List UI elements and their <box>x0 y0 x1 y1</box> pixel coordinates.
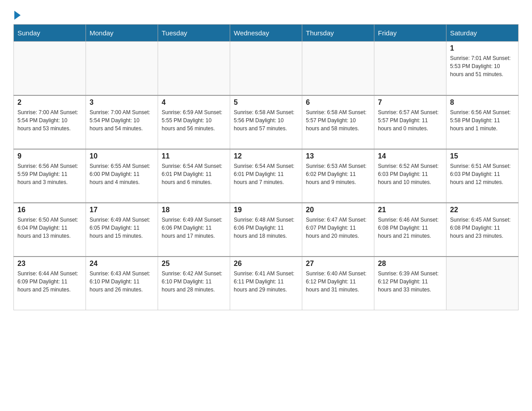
calendar-cell: 7Sunrise: 6:57 AM Sunset: 5:57 PM Daylig… <box>374 95 446 149</box>
day-number: 26 <box>234 260 298 268</box>
day-info: Sunrise: 6:48 AM Sunset: 6:06 PM Dayligh… <box>234 216 298 240</box>
day-info: Sunrise: 7:01 AM Sunset: 5:53 PM Dayligh… <box>450 54 515 78</box>
day-info: Sunrise: 6:53 AM Sunset: 6:02 PM Dayligh… <box>306 162 370 186</box>
calendar-cell: 9Sunrise: 6:56 AM Sunset: 5:59 PM Daylig… <box>14 149 86 203</box>
day-info: Sunrise: 6:49 AM Sunset: 6:05 PM Dayligh… <box>90 216 154 240</box>
column-header-tuesday: Tuesday <box>158 25 230 42</box>
day-number: 2 <box>17 98 82 107</box>
calendar-cell: 19Sunrise: 6:48 AM Sunset: 6:06 PM Dayli… <box>230 203 302 257</box>
calendar-cell: 4Sunrise: 6:59 AM Sunset: 5:55 PM Daylig… <box>158 95 230 149</box>
column-header-friday: Friday <box>374 25 446 42</box>
day-number: 28 <box>378 260 442 268</box>
day-number: 4 <box>162 98 226 107</box>
calendar-cell: 26Sunrise: 6:41 AM Sunset: 6:11 PM Dayli… <box>230 257 302 310</box>
day-info: Sunrise: 6:45 AM Sunset: 6:08 PM Dayligh… <box>450 216 515 240</box>
day-info: Sunrise: 6:43 AM Sunset: 6:10 PM Dayligh… <box>90 270 154 294</box>
day-info: Sunrise: 6:46 AM Sunset: 6:08 PM Dayligh… <box>378 216 442 240</box>
calendar-cell: 6Sunrise: 6:58 AM Sunset: 5:57 PM Daylig… <box>302 95 374 149</box>
calendar-week-row: 1Sunrise: 7:01 AM Sunset: 5:53 PM Daylig… <box>14 42 519 95</box>
day-number: 14 <box>378 152 442 160</box>
day-info: Sunrise: 6:57 AM Sunset: 5:57 PM Dayligh… <box>378 108 442 133</box>
column-header-saturday: Saturday <box>446 25 519 42</box>
day-info: Sunrise: 6:51 AM Sunset: 6:03 PM Dayligh… <box>450 162 515 186</box>
day-number: 3 <box>90 98 154 107</box>
day-info: Sunrise: 6:58 AM Sunset: 5:57 PM Dayligh… <box>306 108 370 133</box>
calendar-cell: 20Sunrise: 6:47 AM Sunset: 6:07 PM Dayli… <box>302 203 374 257</box>
column-header-sunday: Sunday <box>14 25 86 42</box>
calendar-week-row: 9Sunrise: 6:56 AM Sunset: 5:59 PM Daylig… <box>14 149 519 203</box>
calendar-cell <box>86 42 158 95</box>
calendar-cell: 18Sunrise: 6:49 AM Sunset: 6:06 PM Dayli… <box>158 203 230 257</box>
day-number: 25 <box>162 260 226 268</box>
calendar-cell: 3Sunrise: 7:00 AM Sunset: 5:54 PM Daylig… <box>86 95 158 149</box>
day-info: Sunrise: 6:40 AM Sunset: 6:12 PM Dayligh… <box>306 270 370 294</box>
day-number: 15 <box>450 152 515 160</box>
logo-arrow-icon <box>14 11 21 20</box>
day-info: Sunrise: 6:52 AM Sunset: 6:03 PM Dayligh… <box>378 162 442 186</box>
day-info: Sunrise: 6:54 AM Sunset: 6:01 PM Dayligh… <box>162 162 226 186</box>
calendar-cell: 17Sunrise: 6:49 AM Sunset: 6:05 PM Dayli… <box>86 203 158 257</box>
day-number: 18 <box>162 206 226 214</box>
calendar-cell <box>374 42 446 95</box>
day-info: Sunrise: 6:55 AM Sunset: 6:00 PM Dayligh… <box>90 162 154 186</box>
day-number: 13 <box>306 152 370 160</box>
day-number: 1 <box>450 44 515 52</box>
calendar-cell: 25Sunrise: 6:42 AM Sunset: 6:10 PM Dayli… <box>158 257 230 310</box>
day-number: 8 <box>450 98 515 107</box>
calendar-cell: 21Sunrise: 6:46 AM Sunset: 6:08 PM Dayli… <box>374 203 446 257</box>
day-number: 20 <box>306 206 370 214</box>
day-info: Sunrise: 6:50 AM Sunset: 6:04 PM Dayligh… <box>17 216 82 240</box>
calendar-cell: 2Sunrise: 7:00 AM Sunset: 5:54 PM Daylig… <box>14 95 86 149</box>
calendar-cell <box>446 257 519 310</box>
day-number: 7 <box>378 98 442 107</box>
calendar-cell: 13Sunrise: 6:53 AM Sunset: 6:02 PM Dayli… <box>302 149 374 203</box>
calendar-cell: 12Sunrise: 6:54 AM Sunset: 6:01 PM Dayli… <box>230 149 302 203</box>
calendar-cell: 27Sunrise: 6:40 AM Sunset: 6:12 PM Dayli… <box>302 257 374 310</box>
day-info: Sunrise: 6:39 AM Sunset: 6:12 PM Dayligh… <box>378 270 442 294</box>
calendar-cell: 23Sunrise: 6:44 AM Sunset: 6:09 PM Dayli… <box>14 257 86 310</box>
calendar-week-row: 23Sunrise: 6:44 AM Sunset: 6:09 PM Dayli… <box>14 257 519 310</box>
day-number: 17 <box>90 206 154 214</box>
day-number: 23 <box>17 260 82 268</box>
column-header-thursday: Thursday <box>302 25 374 42</box>
day-info: Sunrise: 6:56 AM Sunset: 5:59 PM Dayligh… <box>17 162 82 186</box>
logo <box>13 9 21 20</box>
day-number: 5 <box>234 98 298 107</box>
calendar-cell: 10Sunrise: 6:55 AM Sunset: 6:00 PM Dayli… <box>86 149 158 203</box>
calendar-table: SundayMondayTuesdayWednesdayThursdayFrid… <box>13 24 519 310</box>
day-number: 11 <box>162 152 226 160</box>
day-info: Sunrise: 6:59 AM Sunset: 5:55 PM Dayligh… <box>162 108 226 133</box>
calendar-header-row: SundayMondayTuesdayWednesdayThursdayFrid… <box>14 25 519 42</box>
day-info: Sunrise: 6:54 AM Sunset: 6:01 PM Dayligh… <box>234 162 298 186</box>
day-number: 27 <box>306 260 370 268</box>
day-number: 12 <box>234 152 298 160</box>
day-number: 21 <box>378 206 442 214</box>
calendar-cell: 28Sunrise: 6:39 AM Sunset: 6:12 PM Dayli… <box>374 257 446 310</box>
calendar-week-row: 2Sunrise: 7:00 AM Sunset: 5:54 PM Daylig… <box>14 95 519 149</box>
day-number: 22 <box>450 206 515 214</box>
day-info: Sunrise: 6:47 AM Sunset: 6:07 PM Dayligh… <box>306 216 370 240</box>
calendar-cell: 16Sunrise: 6:50 AM Sunset: 6:04 PM Dayli… <box>14 203 86 257</box>
calendar-cell: 14Sunrise: 6:52 AM Sunset: 6:03 PM Dayli… <box>374 149 446 203</box>
calendar-cell: 24Sunrise: 6:43 AM Sunset: 6:10 PM Dayli… <box>86 257 158 310</box>
day-info: Sunrise: 6:49 AM Sunset: 6:06 PM Dayligh… <box>162 216 226 240</box>
calendar-cell <box>230 42 302 95</box>
day-number: 9 <box>17 152 82 160</box>
calendar-cell: 15Sunrise: 6:51 AM Sunset: 6:03 PM Dayli… <box>446 149 519 203</box>
day-info: Sunrise: 7:00 AM Sunset: 5:54 PM Dayligh… <box>90 108 154 133</box>
calendar-cell <box>14 42 86 95</box>
day-info: Sunrise: 6:44 AM Sunset: 6:09 PM Dayligh… <box>17 270 82 294</box>
day-info: Sunrise: 7:00 AM Sunset: 5:54 PM Dayligh… <box>17 108 82 133</box>
day-number: 6 <box>306 98 370 107</box>
calendar-cell <box>302 42 374 95</box>
calendar-cell: 11Sunrise: 6:54 AM Sunset: 6:01 PM Dayli… <box>158 149 230 203</box>
day-info: Sunrise: 6:58 AM Sunset: 5:56 PM Dayligh… <box>234 108 298 133</box>
calendar-cell: 8Sunrise: 6:56 AM Sunset: 5:58 PM Daylig… <box>446 95 519 149</box>
day-number: 19 <box>234 206 298 214</box>
calendar-cell <box>158 42 230 95</box>
calendar-cell: 22Sunrise: 6:45 AM Sunset: 6:08 PM Dayli… <box>446 203 519 257</box>
calendar-cell: 5Sunrise: 6:58 AM Sunset: 5:56 PM Daylig… <box>230 95 302 149</box>
calendar-cell: 1Sunrise: 7:01 AM Sunset: 5:53 PM Daylig… <box>446 42 519 95</box>
day-number: 16 <box>17 206 82 214</box>
column-header-monday: Monday <box>86 25 158 42</box>
